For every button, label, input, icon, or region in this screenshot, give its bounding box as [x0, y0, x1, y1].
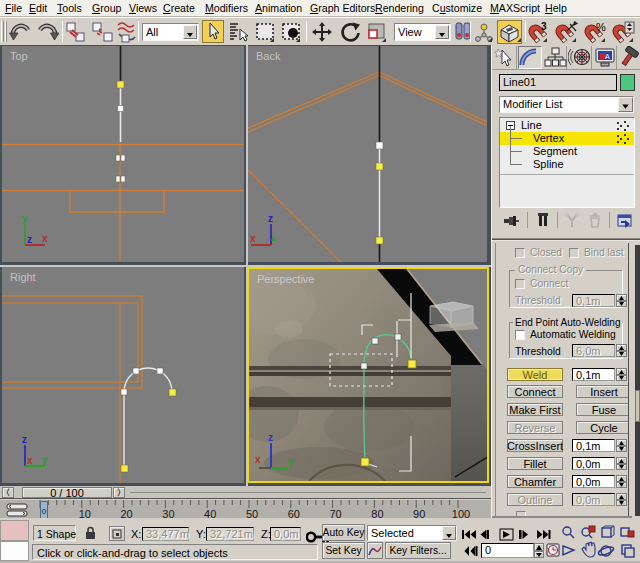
svg-text:x: x [250, 233, 256, 244]
svg-text:z: z [22, 434, 27, 445]
svg-text:x: x [42, 233, 48, 244]
svg-text:y: y [288, 456, 294, 467]
svg-text:x: x [255, 454, 261, 465]
svg-text:A: A [605, 53, 610, 60]
svg-text:z: z [268, 213, 273, 224]
svg-text:x: x [27, 455, 33, 466]
svg-text:y: y [22, 213, 28, 224]
svg-text:z: z [27, 234, 32, 245]
svg-text:z: z [268, 432, 273, 443]
svg-text:y: y [42, 454, 48, 465]
